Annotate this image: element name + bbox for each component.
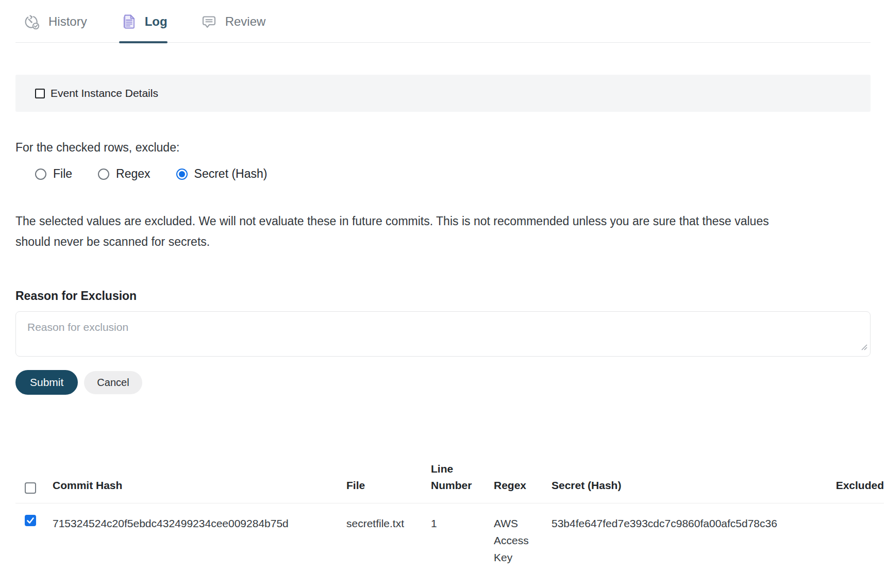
tab-log-label: Log (145, 14, 168, 29)
cell-line-number: 1 (431, 503, 494, 566)
cell-file: secretfile.txt (346, 503, 431, 566)
cell-secret-hash: 53b4fe647fed7e393cdc7c9860fa00afc5d78c36 (551, 503, 758, 566)
submit-button[interactable]: Submit (15, 370, 78, 395)
event-instance-details-panel: Event Instance Details (15, 75, 871, 112)
column-header-file: File (346, 461, 431, 503)
check-icon (25, 515, 36, 526)
select-all-checkbox[interactable] (25, 482, 36, 494)
regex-radio-label: Regex (116, 167, 150, 181)
textarea-resize-handle[interactable] (860, 343, 868, 353)
cell-excluded (758, 503, 884, 566)
secrets-table: Commit Hash File Line Number Regex Secre… (15, 461, 884, 566)
column-header-regex: Regex (494, 461, 551, 503)
event-details-checkbox[interactable] (35, 89, 45, 98)
tab-history-label: History (48, 14, 87, 29)
tab-history[interactable]: History (23, 12, 87, 42)
cancel-button[interactable]: Cancel (84, 371, 142, 394)
exclusion-warning-text: The selected values are excluded. We wil… (15, 211, 804, 252)
column-header-secret-hash: Secret (Hash) (551, 461, 758, 503)
file-radio[interactable] (35, 169, 46, 180)
exclude-prompt: For the checked rows, exclude: (15, 141, 871, 155)
column-header-commit-hash: Commit Hash (53, 461, 346, 503)
table-header-row: Commit Hash File Line Number Regex Secre… (15, 461, 884, 503)
form-actions: Submit Cancel (15, 370, 871, 395)
tab-log[interactable]: Log (119, 12, 168, 42)
regex-radio[interactable] (98, 169, 109, 180)
secret-hash-radio[interactable] (176, 169, 188, 180)
file-radio-label: File (53, 167, 72, 181)
exclude-radio-group: File Regex Secret (Hash) (15, 167, 871, 181)
tab-review[interactable]: Review (199, 12, 266, 42)
event-details-label: Event Instance Details (51, 87, 158, 99)
secret-hash-radio-label: Secret (Hash) (194, 167, 268, 181)
row-checkbox[interactable] (25, 515, 36, 526)
cell-commit-hash: 715324524c20f5ebdc432499234cee009284b75d (53, 503, 346, 566)
history-icon (23, 12, 41, 31)
cell-regex: AWS Access Key (494, 503, 551, 566)
column-header-excluded: Excluded (758, 461, 884, 503)
reason-textarea[interactable] (15, 311, 871, 357)
radio-option-secret-hash[interactable]: Secret (Hash) (176, 167, 268, 181)
tab-review-label: Review (225, 14, 266, 29)
log-icon (119, 12, 138, 31)
column-header-line-number: Line Number (431, 461, 494, 503)
review-icon (199, 12, 218, 31)
radio-option-file[interactable]: File (35, 167, 72, 181)
radio-option-regex[interactable]: Regex (98, 167, 150, 181)
reason-for-exclusion-label: Reason for Exclusion (15, 289, 871, 303)
tab-bar: History Log Review (15, 0, 871, 43)
table-row: 715324524c20f5ebdc432499234cee009284b75d… (15, 503, 884, 566)
reason-textarea-wrap (15, 311, 871, 357)
